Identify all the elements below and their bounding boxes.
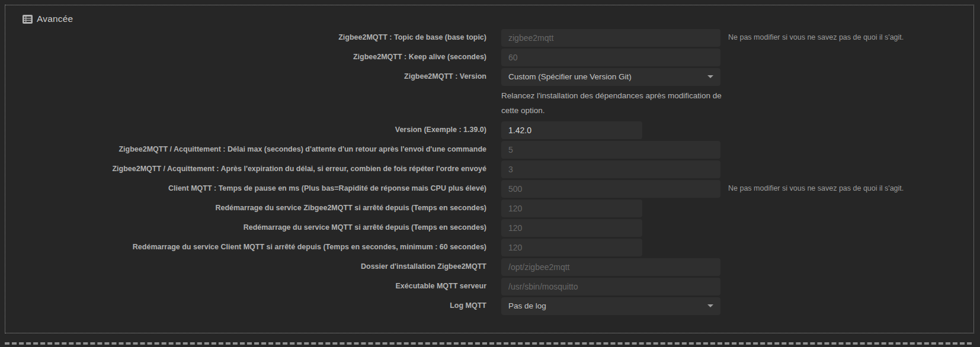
z2m-version-control: Custom (Spécifier une Version Git)Relanc… — [501, 67, 725, 120]
restart-z2m-control — [501, 198, 642, 218]
version-git-control — [501, 120, 642, 140]
z2m-version-label: Zigbee2MQTT : Version — [5, 67, 486, 86]
z2m-version-select[interactable]: Custom (Spécifier une Version Git) — [501, 68, 720, 86]
form-row: Exécutable MQTT serveur — [5, 277, 973, 296]
form-row: Log MQTTPas de log — [5, 296, 973, 316]
base-topic-control — [501, 28, 720, 47]
form-row: Redémarrage du service Client MQTT si ar… — [5, 237, 973, 257]
keep-alive-control — [501, 47, 720, 67]
z2m-version-selected-option: Custom (Spécifier une Version Git) — [508, 72, 632, 81]
version-git-label: Version (Exemple : 1.39.0) — [5, 120, 486, 140]
chevron-down-icon — [707, 75, 713, 78]
form-row: Redémarrage du service MQTT si arrêté de… — [5, 218, 973, 237]
restart-client-mqtt-label: Redémarrage du service Client MQTT si ar… — [5, 237, 486, 257]
advanced-form: Zigbee2MQTT : Topic de base (base topic)… — [5, 28, 973, 316]
form-row: Dossier d'installation Zigbee2MQTT — [5, 257, 973, 277]
form-row: Zigbee2MQTT : Topic de base (base topic)… — [5, 28, 973, 47]
keep-alive-label: Zigbee2MQTT : Keep alive (secondes) — [5, 47, 486, 67]
list-icon — [23, 14, 33, 24]
chevron-down-icon — [707, 304, 713, 307]
ack-retries-input[interactable] — [501, 160, 720, 178]
base-topic-label: Zigbee2MQTT : Topic de base (base topic) — [5, 28, 486, 47]
ack-retries-label: Zigbee2MQTT / Acquittement : Après l'exp… — [5, 159, 486, 179]
install-dir-label: Dossier d'installation Zigbee2MQTT — [5, 257, 486, 277]
base-topic-input[interactable] — [501, 29, 720, 47]
mqtt-executable-input[interactable] — [501, 278, 720, 295]
install-dir-control — [501, 257, 720, 277]
restart-z2m-label: Redémarrage du service Zibgee2MQTT si ar… — [5, 198, 486, 218]
ack-timeout-label: Zigbee2MQTT / Acquittement : Délai max (… — [5, 140, 486, 159]
restart-client-mqtt-input[interactable] — [501, 239, 642, 256]
restart-mqtt-control — [501, 218, 642, 237]
z2m-version-description: Relancez l'installation des dépendances … — [501, 86, 725, 120]
next-section-border — [5, 342, 972, 345]
log-mqtt-label: Log MQTT — [5, 296, 486, 316]
log-mqtt-selected-option: Pas de log — [508, 301, 546, 310]
ack-timeout-control — [501, 140, 720, 159]
field-note: Ne pas modifier si vous ne savez pas de … — [728, 28, 904, 47]
version-git-input[interactable] — [501, 121, 642, 139]
form-row: Redémarrage du service Zibgee2MQTT si ar… — [5, 198, 973, 218]
restart-client-mqtt-control — [501, 237, 642, 257]
mqtt-executable-control — [501, 277, 720, 296]
ack-retries-control — [501, 159, 720, 179]
install-dir-input[interactable] — [501, 258, 720, 276]
panel-header: Avancée — [5, 5, 973, 28]
log-mqtt-control: Pas de log — [501, 296, 720, 316]
form-row: Zigbee2MQTT / Acquittement : Après l'exp… — [5, 159, 973, 179]
form-row: Zigbee2MQTT : VersionCustom (Spécifier u… — [5, 67, 973, 120]
log-mqtt-select[interactable]: Pas de log — [501, 297, 720, 315]
field-note: Ne pas modifier si vous ne savez pas de … — [728, 179, 904, 198]
form-row: Zigbee2MQTT / Acquittement : Délai max (… — [5, 140, 973, 159]
ack-timeout-input[interactable] — [501, 141, 720, 159]
panel-title: Avancée — [37, 14, 73, 24]
form-row: Version (Exemple : 1.39.0) — [5, 120, 973, 140]
mqtt-pause-control — [501, 179, 720, 198]
advanced-settings-panel: Avancée Zigbee2MQTT : Topic de base (bas… — [5, 5, 974, 333]
mqtt-executable-label: Exécutable MQTT serveur — [5, 277, 486, 296]
restart-mqtt-label: Redémarrage du service MQTT si arrêté de… — [5, 218, 486, 237]
mqtt-pause-label: Client MQTT : Temps de pause en ms (Plus… — [5, 179, 486, 198]
form-row: Zigbee2MQTT : Keep alive (secondes) — [5, 47, 973, 67]
mqtt-pause-input[interactable] — [501, 180, 720, 198]
form-row: Client MQTT : Temps de pause en ms (Plus… — [5, 179, 973, 198]
restart-z2m-input[interactable] — [501, 200, 642, 217]
restart-mqtt-input[interactable] — [501, 219, 642, 237]
keep-alive-input[interactable] — [501, 49, 720, 66]
